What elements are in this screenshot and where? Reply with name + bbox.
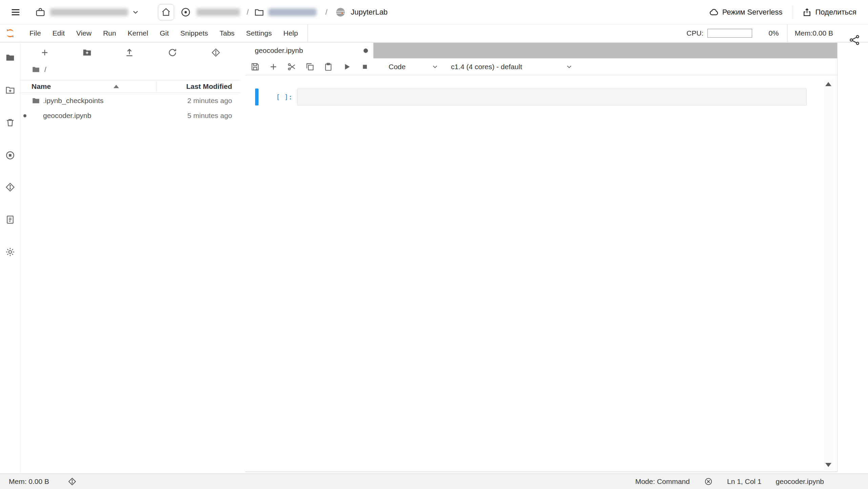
cell-type-value: Code [389,63,406,71]
git-tab-icon[interactable] [5,182,16,193]
folder-outline-icon [254,7,264,17]
unsaved-changes-dot[interactable] [364,48,368,53]
command-mode-indicator[interactable]: Mode: Command [635,477,690,486]
menu-bar: File Edit View Run Kernel Git Snippets T… [0,24,868,42]
cursor-position[interactable]: Ln 1, Col 1 [727,477,762,486]
new-launcher-icon[interactable] [39,47,50,58]
active-cell-collapser[interactable] [255,89,259,105]
stop-kernel-icon[interactable] [360,62,370,72]
code-cell[interactable]: [ ]: [255,89,807,105]
cut-cells-icon[interactable] [287,62,296,72]
cell-type-dropdown[interactable]: Code [389,63,439,71]
app-root: / / JupyterLab Режим Serverless П [0,0,868,489]
menubar-divider [787,24,787,42]
redacted-workspace-name [50,8,128,16]
folder-icon [32,96,40,105]
menu-item-settings[interactable]: Settings [240,29,277,37]
menu-item-kernel[interactable]: Kernel [122,29,154,37]
menu-item-git[interactable]: Git [154,29,174,37]
file-row-checkpoints[interactable]: .ipynb_checkpoints 2 minutes ago [20,93,241,108]
kernel-name: c1.4 (4 cores) - default [451,63,522,71]
menu-item-edit[interactable]: Edit [47,29,70,37]
topbar-divider [792,5,792,19]
notebook-scrollbar[interactable] [824,79,833,470]
memory-status[interactable]: Mem: 0.00 B [9,477,49,486]
main-dock-panel: geocoder.ipynb [245,43,838,472]
column-header-name[interactable]: Name [32,82,51,91]
left-sidebar-tabs [0,43,20,473]
code-cell-editor[interactable] [297,89,807,105]
paste-cells-icon[interactable] [324,62,333,72]
menu-item-file[interactable]: File [24,29,47,37]
git-status-dot [23,114,26,117]
kernel-status-icon[interactable] [704,477,713,486]
status-bar: Mem: 0.00 B Mode: Command Ln 1, Col 1 ge… [0,473,868,489]
scroll-up-icon[interactable] [825,82,831,86]
file-list-header: Name Last Modified [20,80,241,93]
git-clone-icon[interactable] [210,47,221,58]
connections-icon[interactable] [848,34,861,46]
chevron-down-icon[interactable] [131,8,140,16]
hamburger-menu-icon[interactable] [10,7,21,18]
top-bar: / / JupyterLab Режим Serverless П [0,0,868,24]
tab-title: geocoder.ipynb [255,46,359,55]
refresh-icon[interactable] [167,47,178,58]
jupyter-logo [5,28,16,39]
upload-icon[interactable] [124,47,135,58]
file-browser-tab-icon[interactable] [5,52,16,63]
target-icon[interactable] [180,7,191,18]
column-header-modified[interactable]: Last Modified [186,82,232,91]
new-folder-tab-icon[interactable] [5,85,16,96]
git-status-icon[interactable] [68,477,77,486]
breadcrumb-separator: / [325,8,327,17]
notebook-toolbar: Code c1.4 (4 cores) - default [245,58,837,75]
active-file-name: geocoder.ipynb [776,477,824,486]
save-icon[interactable] [250,62,260,72]
kernel-dropdown[interactable]: c1.4 (4 cores) - default [451,63,573,71]
scroll-down-icon[interactable] [825,463,831,467]
cpu-percent: 0% [768,29,779,37]
file-modified: 2 minutes ago [187,97,232,105]
menu-item-view[interactable]: View [70,29,97,37]
insert-cell-icon[interactable] [269,62,278,72]
cpu-label: CPU: [686,29,703,37]
jupyterlab-title: JupyterLab [351,8,388,17]
run-cell-icon[interactable] [342,62,351,72]
share-button-label[interactable]: Поделиться [815,8,856,17]
chevron-down-icon [431,63,439,71]
briefcase-icon[interactable] [35,7,45,17]
home-button[interactable] [158,4,174,20]
snippets-list-tab-icon[interactable] [5,214,16,225]
menu-item-run[interactable]: Run [97,29,122,37]
menu-item-help[interactable]: Help [277,29,304,37]
notebook-file-icon [32,111,40,120]
redacted-task-id[interactable] [268,8,316,16]
column-divider [157,82,157,91]
home-icon [161,7,171,17]
dock-tab-bar: geocoder.ipynb [245,43,837,58]
running-sessions-tab-icon[interactable] [5,150,16,161]
breadcrumb-separator: / [247,8,249,17]
serverless-mode-label[interactable]: Режим Serverless [722,8,783,17]
file-browser-toolbar [20,43,241,62]
file-browser-panel: / Name Last Modified .ipynb_checkpoints … [20,43,241,473]
notebook-content: [ ]: [245,75,837,472]
settings-tab-icon[interactable] [5,247,16,257]
redacted-project-name [197,8,240,16]
menu-item-tabs[interactable]: Tabs [214,29,240,37]
bucket-tab-icon[interactable] [5,117,16,128]
file-name: geocoder.ipynb [43,112,91,120]
breadcrumb-root[interactable]: / [44,65,46,74]
sort-ascending-icon [113,85,119,88]
tab-geocoder-ipynb[interactable]: geocoder.ipynb [245,43,373,58]
copy-cells-icon[interactable] [305,62,315,72]
new-folder-icon[interactable] [82,47,92,58]
root-folder-icon[interactable] [32,65,40,74]
file-modified: 5 minutes ago [187,112,232,120]
memory-usage-label: Mem:0.00 B [795,29,833,37]
menu-item-snippets[interactable]: Snippets [174,29,214,37]
cpu-usage-bar [707,29,752,38]
file-row-notebook[interactable]: geocoder.ipynb 5 minutes ago [20,108,241,123]
file-list: .ipynb_checkpoints 2 minutes ago geocode… [20,93,241,123]
jupyter-planet-logo [335,6,346,18]
